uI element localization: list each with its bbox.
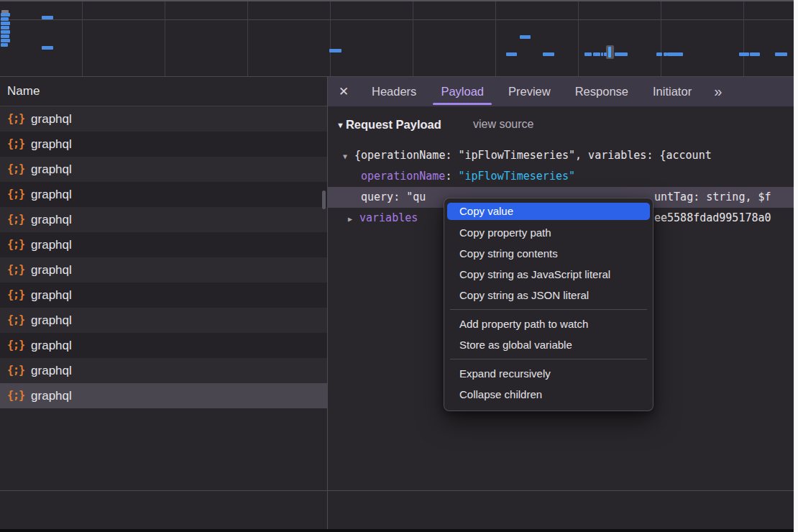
overview-gridline	[413, 1, 413, 76]
network-overview-timeline[interactable]	[0, 0, 794, 77]
property-key: operationName	[361, 170, 445, 183]
devtools-network-window: Name {;}graphql {;}graphql {;}graphql {;…	[0, 0, 798, 532]
network-request-row[interactable]: {;}graphql	[0, 157, 327, 182]
overview-selection-marker[interactable]	[606, 45, 614, 59]
menu-item-copy-string-js-literal[interactable]: Copy string as JavaScript literal	[444, 264, 653, 285]
object-preview: {operationName: "ipFlowTimeseries", vari…	[354, 149, 712, 162]
column-header-label: Name	[7, 84, 40, 98]
network-activity-bar	[329, 49, 341, 52]
network-request-row-selected[interactable]: {;}graphql	[0, 383, 327, 408]
tab-response[interactable]: Response	[563, 77, 641, 106]
network-activity-bar	[506, 52, 517, 56]
overview-gridline	[247, 1, 248, 76]
menu-item-copy-string-json-literal[interactable]: Copy string as JSON literal	[444, 285, 653, 306]
network-activity-bar	[593, 52, 600, 56]
json-request-icon: {;}	[7, 308, 24, 333]
overview-gridline	[330, 1, 331, 76]
menu-item-collapse-children[interactable]: Collapse children	[444, 384, 653, 405]
collapse-arrow-icon[interactable]: ▼	[343, 146, 354, 166]
network-activity-bar	[615, 52, 628, 56]
tab-headers[interactable]: Headers	[359, 77, 428, 106]
overview-horizontal-gridline	[0, 19, 794, 20]
network-request-row[interactable]: {;}graphql	[0, 182, 327, 207]
panel-divider[interactable]	[327, 77, 328, 529]
menu-separator	[450, 309, 647, 310]
network-request-row[interactable]: {;}graphql	[0, 207, 327, 232]
network-request-list-panel: Name {;}graphql {;}graphql {;}graphql {;…	[0, 77, 327, 529]
menu-item-copy-value[interactable]: Copy value	[447, 203, 650, 220]
tab-initiator[interactable]: Initiator	[641, 77, 704, 106]
json-request-icon: {;}	[7, 132, 24, 157]
status-bar-divider	[0, 490, 794, 491]
overview-gridline	[82, 1, 83, 76]
property-value: "ipFlowTimeseries"	[458, 170, 575, 183]
network-request-row[interactable]: {;}graphql	[0, 257, 327, 283]
menu-item-copy-property-path[interactable]: Copy property path	[444, 222, 653, 243]
tree-root-row[interactable]: ▼{operationName: "ipFlowTimeseries", var…	[328, 145, 794, 166]
network-activity-bar	[601, 52, 603, 56]
close-icon[interactable]: ✕	[328, 84, 359, 99]
request-name: graphql	[31, 182, 72, 207]
network-request-row[interactable]: {;}graphql	[0, 308, 327, 333]
variables-preview-overflow: ee5588fdad995178a0	[654, 208, 771, 229]
network-request-row[interactable]: {;}graphql	[0, 358, 327, 383]
tab-preview[interactable]: Preview	[496, 77, 563, 106]
network-request-row[interactable]: {;}graphql	[0, 283, 327, 308]
network-request-row[interactable]: {;}graphql	[0, 132, 327, 157]
menu-item-expand-recursively[interactable]: Expand recursively	[444, 363, 653, 384]
network-activity-bar	[604, 52, 607, 56]
context-menu: Copy value Copy property path Copy strin…	[444, 198, 653, 411]
detail-tabbar: ✕ Headers Payload Preview Response Initi…	[328, 77, 794, 106]
network-activity-bar	[1, 26, 9, 29]
collapse-arrow-icon[interactable]: ▼	[336, 121, 344, 129]
network-activity-bar	[42, 16, 53, 19]
json-request-icon: {;}	[7, 157, 24, 182]
menu-item-copy-string-contents[interactable]: Copy string contents	[444, 243, 653, 264]
json-request-icon: {;}	[7, 333, 24, 358]
json-request-icon: {;}	[7, 232, 24, 257]
request-name: graphql	[31, 383, 72, 408]
tree-row-operationname[interactable]: operationName: "ipFlowTimeseries"	[328, 166, 794, 187]
key-separator: :	[445, 170, 458, 183]
menu-item-add-property-path-to-watch[interactable]: Add property path to watch	[444, 313, 653, 334]
json-request-icon: {;}	[7, 207, 24, 232]
column-header-name[interactable]: Name	[0, 77, 327, 106]
network-activity-bar	[1, 35, 9, 38]
request-name: graphql	[31, 207, 72, 232]
request-payload-section-header[interactable]: ▼Request Payload view source	[328, 106, 794, 134]
property-key: variables	[359, 211, 418, 224]
query-value-overflow: untTag: string, $f	[654, 187, 771, 208]
network-request-row[interactable]: {;}graphql	[0, 333, 327, 358]
request-rows: {;}graphql {;}graphql {;}graphql {;}grap…	[0, 106, 327, 408]
network-activity-bar	[543, 52, 554, 56]
section-title: Request Payload	[346, 118, 441, 132]
network-request-row[interactable]: {;}graphql	[0, 106, 327, 132]
overview-gridline	[578, 1, 579, 76]
request-name: graphql	[31, 308, 72, 333]
network-activity-bar	[1, 13, 10, 17]
request-name: graphql	[31, 283, 72, 308]
network-activity-bar	[1, 22, 10, 25]
menu-item-store-as-global-variable[interactable]: Store as global variable	[444, 334, 653, 355]
menu-separator	[450, 359, 647, 359]
network-activity-bar	[739, 52, 749, 56]
overview-gridline	[743, 1, 744, 76]
tab-payload[interactable]: Payload	[428, 77, 496, 106]
scrollbar-thumb[interactable]	[322, 191, 326, 209]
json-request-icon: {;}	[7, 358, 24, 383]
request-name: graphql	[31, 333, 72, 358]
view-source-link[interactable]: view source	[473, 118, 533, 131]
network-activity-bar	[1, 17, 9, 21]
request-name: graphql	[31, 106, 72, 132]
property-key-and-value: query: "qu	[361, 191, 426, 203]
overview-selected-request-bar	[608, 47, 611, 58]
network-activity-bar	[1, 43, 8, 47]
expand-arrow-icon[interactable]: ▶	[348, 208, 359, 229]
request-name: graphql	[31, 358, 72, 383]
network-request-row[interactable]: {;}graphql	[0, 232, 327, 257]
overview-gridline	[661, 1, 661, 76]
network-activity-bar	[667, 52, 683, 56]
overview-gridline	[495, 1, 496, 76]
json-request-icon: {;}	[7, 106, 24, 132]
more-tabs-icon[interactable]: »	[714, 83, 720, 100]
